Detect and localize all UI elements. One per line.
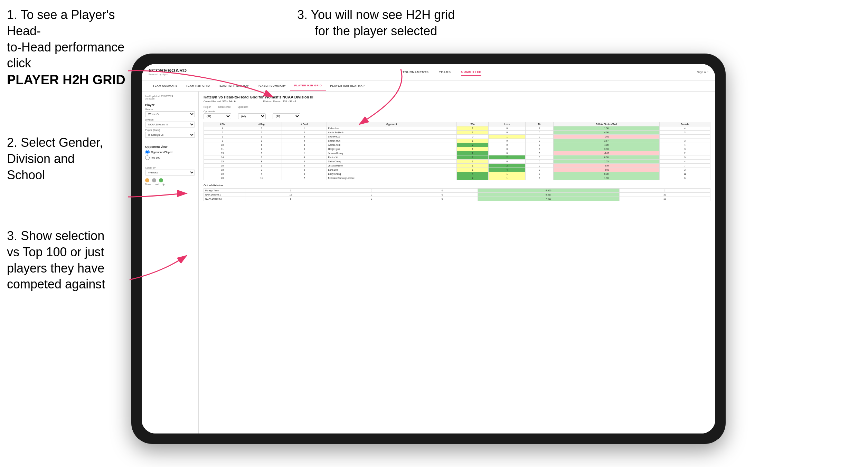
table-row: 15 8 5 Stella Cheng 1 0 0 1.25 4	[204, 160, 710, 164]
grid-content: Katelyn Vo Head-to-Head Grid for Women's…	[199, 92, 715, 433]
filter-region: Region	[204, 106, 211, 108]
grid-title: Katelyn Vo Head-to-Head Grid for Women's…	[204, 95, 710, 99]
table-row: 19 4 6 Emily Chang 4 1 0 0.30 11	[204, 172, 710, 176]
player-section-title: Player	[145, 103, 195, 107]
division-record: Division Record: 331 - 34 - 6	[263, 100, 296, 103]
radio-top100[interactable]: Top 100	[145, 155, 195, 160]
subnav-team-h2h-heatmap[interactable]: TEAM H2H HEATMAP	[214, 80, 254, 91]
opponent-filter: (All)	[273, 113, 300, 119]
tablet-frame: SCOREBOARD Powered by clippd TOURNAMENTS…	[131, 54, 726, 444]
filter-select-row: Opponents: (All) (All) (All)	[204, 110, 710, 119]
conference-select[interactable]: (All)	[238, 113, 266, 119]
colour-dot-level	[152, 178, 156, 182]
subnav-team-summary[interactable]: TEAM SUMMARY	[149, 80, 182, 91]
ood-table: Foreign Team 1 0 0 4.500 2 NAIA Division…	[204, 188, 710, 201]
opponent-view-section: Opponent view Opponents Played Top 100	[145, 145, 195, 160]
col-conf: # Conf	[282, 122, 327, 126]
instruction-step1: 1. To see a Player's Head- to-Head perfo…	[7, 7, 138, 89]
opponent-view-title: Opponent view	[145, 145, 195, 149]
ood-table-row: NAIA Division 1 15 0 0 9.267 30	[204, 193, 710, 197]
table-row: 18 2 2 Euna Lee 1 4 0 -5.00 2	[204, 168, 710, 172]
colour-by-label: Colour by	[145, 166, 195, 169]
player-rank-label: Player (Rank)	[145, 129, 195, 131]
filter-row: Region Conference Opponent	[204, 106, 710, 108]
table-row: 16 3 6 Jessica Mason 1 2 0 -0.94 7	[204, 164, 710, 168]
app-logo: SCOREBOARD Powered by clippd	[149, 68, 187, 76]
instruction-step3-left: 3. Show selection vs Top 100 or just pla…	[7, 228, 105, 293]
colour-dots	[145, 178, 195, 182]
col-div: # Div	[204, 122, 241, 126]
col-rounds: Rounds	[660, 122, 710, 126]
table-row: 10 6 3 Andrea York 2 0 0 4.00 4	[204, 143, 710, 147]
app-header-right: Sign out	[697, 70, 708, 74]
division-select[interactable]: NCAA Division III	[145, 122, 195, 127]
table-row: 5 2 2 Alexis Sudjianto 1 0 0 4.00 3	[204, 131, 710, 135]
ood-table-row: NCAA Division 2 5 0 0 7.400 10	[204, 197, 710, 201]
table-row: 14 7 4 Eunice Yi 2 2 0 0.38 9	[204, 155, 710, 160]
sidebar-timestamp: Last Updated: 27/03/2024 16:55:38	[145, 95, 195, 100]
col-diff: Diff Av Strokes/Rnd	[553, 122, 659, 126]
table-row: 4 1 1 Esther Lee 1 0 1 1.50 4	[204, 126, 710, 131]
ood-table-row: Foreign Team 1 0 0 4.500 2	[204, 189, 710, 193]
col-loss: Loss	[489, 122, 526, 126]
app-header: SCOREBOARD Powered by clippd TOURNAMENTS…	[142, 64, 715, 80]
h2h-table: # Div # Reg # Conf Opponent Win Loss Tie…	[204, 122, 710, 180]
app-nav: TOURNAMENTS TEAMS COMMITTEE	[403, 69, 481, 76]
radio-opponents-played[interactable]: Opponents Played	[145, 150, 195, 154]
tablet-screen: SCOREBOARD Powered by clippd TOURNAMENTS…	[142, 64, 715, 433]
col-opponent: Opponent	[327, 122, 457, 126]
colour-by-select[interactable]: Win/loss	[145, 170, 195, 175]
filter-opponent-group: Opponent	[237, 106, 248, 108]
player-rank-select[interactable]: 8. Katelyn Vo	[145, 132, 195, 138]
table-row: 9 1 4 Sharon Mun 1 0 0 3.67 3	[204, 139, 710, 143]
nav-committee[interactable]: COMMITTEE	[461, 69, 481, 76]
sidebar-divider	[145, 142, 195, 142]
instruction-step2: 2. Select Gender, Division and School	[7, 135, 103, 183]
sub-nav: TEAM SUMMARY TEAM H2H GRID TEAM H2H HEAT…	[142, 80, 715, 92]
conference-filter: (All)	[238, 113, 266, 119]
division-label: Division	[145, 118, 195, 121]
col-reg: # Reg	[241, 122, 282, 126]
main-content: Last Updated: 27/03/2024 16:55:38 Player…	[142, 92, 715, 433]
table-row: 6 3 3 Sydney Kuo 0 1 0 -1.00	[204, 135, 710, 139]
table-row: 13 1 1 Jessica Huang 2 0 0 -3.00 2	[204, 151, 710, 155]
gender-label: Gender	[145, 108, 195, 111]
colour-section: Colour by Win/loss Down Level Up	[145, 166, 195, 185]
sign-out-link[interactable]: Sign out	[697, 70, 708, 74]
filter-conference: Conference	[218, 106, 230, 108]
opponent-select[interactable]: (All)	[273, 113, 300, 119]
colour-dot-up	[159, 178, 163, 182]
opponent-view-radios: Opponents Played Top 100	[145, 150, 195, 160]
nav-teams[interactable]: TEAMS	[439, 69, 451, 75]
colour-labels: Down Level Up	[145, 183, 195, 185]
nav-tournaments[interactable]: TOURNAMENTS	[403, 69, 428, 75]
instruction-step3-right: 3. You will now see H2H grid for the pla…	[297, 7, 455, 39]
colour-dot-down	[145, 178, 149, 182]
out-of-division-header: Out of division	[204, 184, 710, 187]
table-row: 11 2 5 Heejo Hyun 1 0 0 3.33 3	[204, 147, 710, 151]
col-tie: Tie	[526, 122, 554, 126]
gender-select[interactable]: Women's	[145, 111, 195, 117]
table-row: 20 11 7 Federica Domecq Lacroze 2 1 0 1.…	[204, 176, 710, 180]
overall-record: Overall Record: 353 - 34 - 6	[204, 100, 236, 103]
col-win: Win	[457, 122, 489, 126]
subnav-player-summary[interactable]: PLAYER SUMMARY	[254, 80, 290, 91]
opponents-select[interactable]: (All)	[204, 113, 231, 119]
subnav-team-h2h-grid[interactable]: TEAM H2H GRID	[182, 80, 214, 91]
grid-records: Overall Record: 353 - 34 - 6 Division Re…	[204, 100, 710, 103]
opponents-filter: Opponents: (All)	[204, 110, 231, 119]
sidebar-divider2	[145, 163, 195, 163]
subnav-player-h2h-heatmap[interactable]: PLAYER H2H HEATMAP	[326, 80, 369, 91]
subnav-player-h2h-grid[interactable]: PLAYER H2H GRID	[290, 80, 326, 91]
sidebar: Last Updated: 27/03/2024 16:55:38 Player…	[142, 92, 199, 433]
